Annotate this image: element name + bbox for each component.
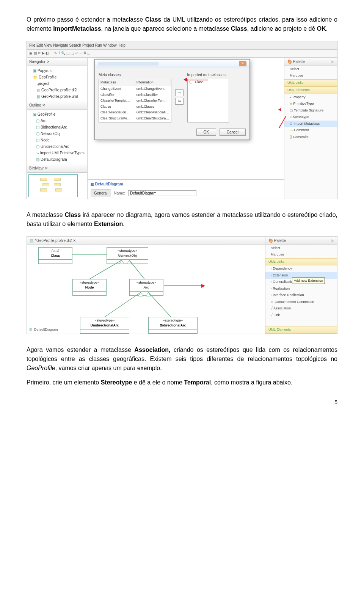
meta-row[interactable]: ClassifierTemplat… xyxy=(99,98,135,104)
meta-row[interactable]: Classifier xyxy=(99,92,135,98)
diagram-footer: ▥DefaultDiagram xyxy=(27,326,265,334)
navigator-panel[interactable]: ▣Papyrus 📁GeoProfile .project ▤GeoProfil… xyxy=(27,66,87,101)
pal-select[interactable]: Select xyxy=(265,245,337,252)
meta-row[interactable]: ClearAssociation… xyxy=(99,110,135,116)
birdview-tab[interactable]: Birdview ✕ xyxy=(27,164,87,173)
pal-containment: ⊕ Containement Connection xyxy=(265,299,337,306)
import-icon: ↘ xyxy=(36,151,39,155)
outline-root[interactable]: GeoProfile xyxy=(38,112,55,116)
editor-tab: ▥*GeoProfile.profile.di2 ✕ xyxy=(27,237,265,245)
pal-extension: › Extension Add new Extension xyxy=(265,272,337,279)
ide-screenshot-2: ▥*GeoProfile.profile.di2 ✕ (uml)Class «s… xyxy=(27,236,337,334)
paragraph-1: O próximo passo é estender a metaclasse … xyxy=(27,15,337,33)
stereotype-icon: ▢ xyxy=(36,119,39,123)
pal-constraint: {} Constraint xyxy=(284,134,337,141)
nav-item[interactable]: .project xyxy=(37,82,49,86)
chevron-icon[interactable]: ▷ xyxy=(331,238,334,243)
text: e dê a ele o nome xyxy=(132,379,184,386)
name-label: Name: xyxy=(114,190,125,196)
outline-item[interactable]: BidirectionalArc xyxy=(41,125,67,129)
text-bold: Extension xyxy=(94,221,123,227)
networkobj-box[interactable]: «stereotype»NetworkObj xyxy=(107,247,148,264)
text-bold: Class xyxy=(145,16,162,23)
pal-comment: ▭ Comment xyxy=(284,127,337,134)
menu-bar[interactable]: File Edit View Navigate Search Project R… xyxy=(27,41,337,50)
uml-elements-section[interactable]: UML Elements xyxy=(265,326,337,334)
uml-class-box[interactable]: (uml)Class xyxy=(38,247,72,264)
svg-line-3 xyxy=(105,292,141,317)
name-input[interactable] xyxy=(128,190,196,196)
stereotype-icon: ▢ xyxy=(36,138,39,142)
remove-button[interactable]: ⇦ xyxy=(175,98,184,105)
outline-item[interactable]: NetworkObj xyxy=(41,132,60,136)
meta-classes-list[interactable]: MetaclassInformation ChangeEventuml::Cha… xyxy=(99,79,171,122)
navigator-tab[interactable]: Navigator ✕ xyxy=(27,58,87,66)
pal-links-section[interactable]: UML Links xyxy=(284,79,337,87)
unidirectionalarc-box[interactable]: «stereotype»UnidirectionalArc xyxy=(80,317,129,334)
pal-primitive: ◆ PrimitiveType xyxy=(284,100,337,107)
ok-button[interactable]: OK xyxy=(196,129,216,136)
text-bold: OK xyxy=(317,25,326,32)
close-icon[interactable]: ✕ xyxy=(239,61,246,66)
diagram-icon: ▥ xyxy=(91,182,94,186)
general-tab[interactable]: General xyxy=(91,189,111,197)
chevron-icon[interactable]: ▷ xyxy=(331,59,334,64)
text-bold: Temporal xyxy=(184,379,211,386)
bidirectionalarc-box[interactable]: «stereotype»BidirectionalArc xyxy=(148,317,198,334)
stereotype-icon: ▢ xyxy=(36,125,39,129)
nav-item[interactable]: GeoProfile.profile.uml xyxy=(41,94,78,99)
text: . xyxy=(123,221,124,227)
ide-screenshot-1: File Edit View Navigate Search Project R… xyxy=(27,41,337,199)
tool-bar[interactable]: ▣ ▤ ⟳ ▶ ◧ … ✎ ⤴ 🔍 ⬚ ⬚ ⤢ ↔ ⇅ ⬚ xyxy=(27,50,337,58)
profile-icon: ▣ xyxy=(33,112,36,116)
pal-marquee[interactable]: Marquee xyxy=(284,72,337,79)
palette-panel-2: 🎨 Palette▷ Select Marquee UML Links › De… xyxy=(265,237,337,334)
stereotype-icon: ▢ xyxy=(36,132,39,136)
diagram-icon: ▥ xyxy=(36,157,39,162)
text: Agora vamos estender a metaclasse xyxy=(27,347,134,353)
imported-list[interactable]: ▢ Class xyxy=(187,79,229,122)
meta-row[interactable]: ClearStructuralFe… xyxy=(99,116,135,122)
outline-panel[interactable]: ▣GeoProfile ▢Arc ▢BidirectionalArc ▢Netw… xyxy=(27,110,87,164)
meta-classes-label: Meta classes: xyxy=(99,72,171,78)
pal-stereotype: ≡ Stereotype xyxy=(284,114,337,121)
meta-row[interactable]: ClearVariableActi… xyxy=(99,121,135,122)
cancel-button[interactable]: Cancel xyxy=(220,129,246,136)
node-box[interactable]: «stereotype»Node xyxy=(72,279,107,296)
text-bold: Class xyxy=(64,212,81,218)
pal-realization: › Realization xyxy=(265,286,337,292)
pal-property: ▸ Property xyxy=(284,94,337,101)
header-info: Information xyxy=(135,79,171,86)
diagram-icon: ▥ xyxy=(30,238,33,243)
arc-box[interactable]: «stereotype»Arc xyxy=(129,279,163,296)
meta-row[interactable]: Clause xyxy=(99,104,135,110)
text-italic: GeoProfile xyxy=(27,365,55,371)
paragraph-3: Agora vamos estender a metaclasse Associ… xyxy=(27,345,337,373)
pal-marquee[interactable]: Marquee xyxy=(265,251,337,258)
outline-tab[interactable]: Outline ✕ xyxy=(27,101,87,110)
text: , vamos criar apenas um para exemplo. xyxy=(55,365,162,371)
text: , como mostra a figura abaixo. xyxy=(211,379,292,386)
page-number: 5 xyxy=(27,398,337,406)
pal-association: ╱ Association xyxy=(265,305,337,312)
file-icon: ▤ xyxy=(37,88,40,92)
add-button[interactable]: ⇨ xyxy=(175,89,184,96)
diagram-canvas[interactable]: (uml)Class «stereotype»NetworkObj «stere… xyxy=(27,245,265,326)
pal-link: ╱ Link xyxy=(265,312,337,319)
pal-elems-section[interactable]: UML Elements xyxy=(284,86,337,94)
pal-select[interactable]: Select xyxy=(284,66,337,73)
text-bold: Class xyxy=(231,25,247,32)
outline-item[interactable]: Node xyxy=(41,138,50,142)
outline-item[interactable]: import UMLPrimitiveTypes xyxy=(40,151,85,155)
props-diagram: DefaultDiagram xyxy=(95,182,123,186)
uml-links-section[interactable]: UML Links xyxy=(265,258,337,266)
tooltip: Add new Extension xyxy=(292,278,325,284)
header-metaclass: Metaclass xyxy=(99,79,135,86)
outline-item[interactable]: DefaultDiagram xyxy=(41,157,67,162)
nav-item[interactable]: GeoProfile xyxy=(39,75,56,79)
outline-item[interactable]: UnidirectionalArc xyxy=(41,144,69,149)
meta-row[interactable]: ChangeEvent xyxy=(99,86,135,92)
birdview-panel xyxy=(27,173,87,199)
outline-item[interactable]: Arc xyxy=(41,119,46,123)
nav-item[interactable]: GeoProfile.profile.di2 xyxy=(41,88,77,92)
